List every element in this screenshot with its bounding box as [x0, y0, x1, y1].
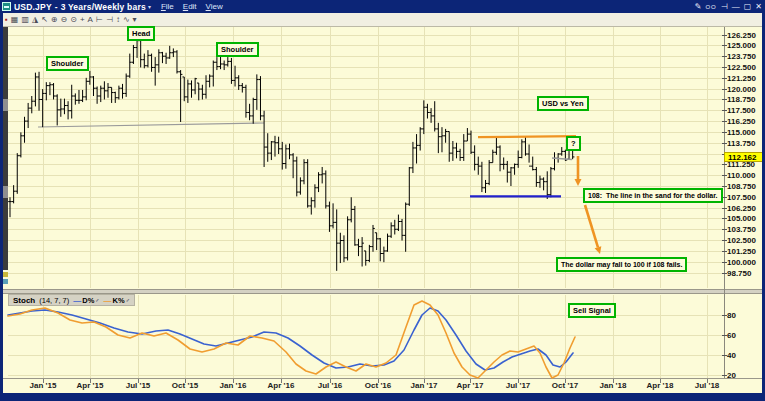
price-tick-label: 106.250 [727, 204, 756, 213]
price-tick-label: 115.000 [727, 128, 755, 137]
time-tick-label: Jan '15 [30, 381, 57, 390]
price-tick-label: 113.750 [727, 139, 755, 148]
price-tick-label: 118.750 [727, 95, 755, 104]
stoch-tick-label: 20 [727, 371, 736, 380]
last-price-badge: 112.162 [724, 152, 763, 162]
window-border [0, 13, 3, 401]
time-tick-label: Apr '16 [268, 381, 295, 390]
window-border [0, 393, 765, 401]
price-tick-label: 126.250 [727, 31, 756, 40]
stoch-indicator-header[interactable]: Stoch (14, 7, 7) — D% ✓ — K% ✓ [8, 294, 135, 306]
price-tick-label: 101.250 [727, 247, 756, 256]
chart-window: USD.JPY - 3 Years/Weekly bars ▾ File Edi… [0, 0, 765, 401]
annotation-fall-to-100[interactable]: The dollar may fall to 100 if 108 fails. [556, 257, 687, 272]
stoch-params[interactable]: (14, 7, 7) [39, 296, 69, 305]
time-tick-label: Oct '16 [365, 381, 391, 390]
time-tick-label: Jul '16 [318, 381, 343, 390]
time-tick-label: Oct '15 [172, 381, 198, 390]
price-tick-label: 108.750 [727, 182, 756, 191]
price-tick-label: 103.750 [727, 225, 756, 234]
price-tick-label: 110.000 [727, 171, 755, 180]
price-tick-label: 107.500 [727, 193, 756, 202]
legend-d-percent[interactable]: — D% ✓ [73, 296, 99, 305]
price-tick-label: 102.500 [727, 236, 756, 245]
price-tick-label: 116.250 [727, 117, 755, 126]
price-tick-label: 125.000 [727, 41, 756, 50]
d-edit-icon[interactable]: ✓ [95, 297, 99, 303]
price-tick-label: 121.250 [727, 74, 756, 83]
price-tick-label: 105.000 [727, 214, 756, 223]
annotation-question-mark[interactable]: ? [566, 136, 581, 151]
time-tick-label: Apr '15 [77, 381, 104, 390]
stoch-tick-label: 60 [727, 331, 736, 340]
price-tick-label: 117.500 [727, 106, 755, 115]
legend-k-percent[interactable]: — K% ✓ [104, 296, 130, 305]
price-tick-label: 98.750 [727, 269, 751, 278]
annotation-shoulder-left[interactable]: Shoulder [46, 56, 89, 71]
annotation-head[interactable]: Head [127, 26, 155, 41]
annotation-line-in-sand[interactable]: 108: The line in the sand for the dollar… [583, 188, 723, 203]
price-tick-label: 100.000 [727, 258, 756, 267]
time-tick-label: Jan '17 [411, 381, 438, 390]
k-edit-icon[interactable]: ✓ [126, 297, 130, 303]
time-tick-label: Jan '18 [600, 381, 627, 390]
annotation-shoulder-right[interactable]: Shoulder [216, 42, 259, 57]
time-tick-label: Jul '15 [126, 381, 151, 390]
time-tick-label: Apr '17 [457, 381, 484, 390]
price-tick-label: 120.000 [727, 85, 756, 94]
price-tick-label: 122.500 [727, 63, 756, 72]
stoch-tick-label: 80 [727, 311, 736, 320]
time-tick-label: Jan '16 [220, 381, 247, 390]
time-tick-label: Oct '17 [552, 381, 578, 390]
stoch-tick-label: 40 [727, 351, 736, 360]
time-tick-label: Jul '18 [695, 381, 720, 390]
stoch-label: Stoch [13, 296, 35, 305]
price-tick-label: 123.750 [727, 52, 756, 61]
k-line-swatch: — [104, 296, 112, 305]
annotation-sell-signal[interactable]: Sell Signal [568, 303, 616, 318]
time-tick-label: Jul '17 [506, 381, 531, 390]
d-line-swatch: — [73, 296, 81, 305]
annotation-usd-vs-yen[interactable]: USD vs Yen [537, 96, 589, 111]
time-tick-label: Apr '18 [647, 381, 674, 390]
